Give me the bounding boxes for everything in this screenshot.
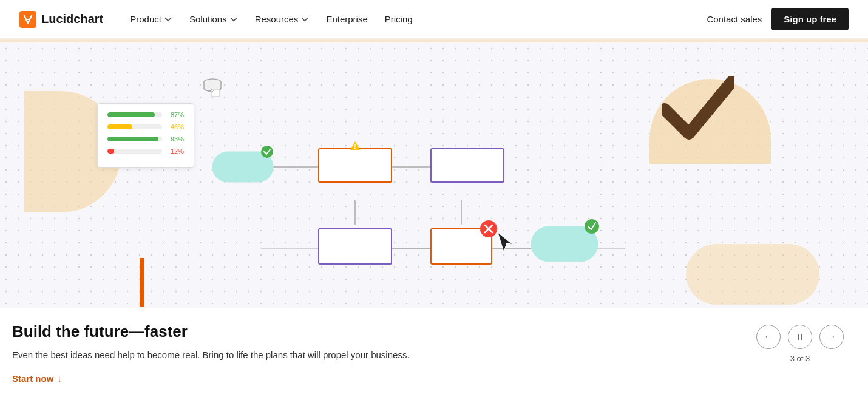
arrow-down-icon: ↓ xyxy=(57,373,62,384)
main-content: 87% 46% 93% 12% xyxy=(0,42,868,417)
prev-button[interactable]: ← xyxy=(756,325,781,349)
pause-button[interactable]: ⏸ xyxy=(788,325,812,349)
svg-rect-16 xyxy=(319,229,392,264)
svg-point-11 xyxy=(261,146,273,158)
chart-row-1: 87% xyxy=(107,111,184,118)
svg-text:!: ! xyxy=(354,143,356,150)
nav-left: Lucidchart Product Solutions Resources E… xyxy=(19,9,420,29)
start-now-link[interactable]: Start now ↓ xyxy=(12,373,410,384)
svg-rect-2 xyxy=(211,89,220,97)
big-checkmark xyxy=(662,76,734,145)
hero-description: Even the best ideas need help to become … xyxy=(12,348,410,362)
orange-vertical-bar xyxy=(140,258,144,307)
logo[interactable]: Lucidchart xyxy=(19,11,103,28)
chart-row-3: 93% xyxy=(107,135,184,143)
next-button[interactable]: → xyxy=(819,325,844,349)
nav-resources[interactable]: Resources xyxy=(248,9,317,29)
chart-row-4: 12% xyxy=(107,147,184,155)
controls-row: ← ⏸ → xyxy=(756,325,844,349)
hero-title: Build the future—faster xyxy=(12,322,410,341)
diagram-area: 87% 46% 93% 12% xyxy=(0,42,868,417)
chart-row-2: 46% xyxy=(107,123,184,131)
chart-card: 87% 46% 93% 12% xyxy=(97,103,194,168)
carousel-controls: ← ⏸ → 3 of 3 xyxy=(756,322,844,363)
database-icon xyxy=(200,76,225,105)
logo-icon xyxy=(19,11,36,28)
svg-rect-12 xyxy=(319,149,392,182)
flowchart-svg: ! xyxy=(200,131,662,300)
nav-solutions[interactable]: Solutions xyxy=(182,9,245,29)
navbar: Lucidchart Product Solutions Resources E… xyxy=(0,0,868,39)
hero-text: Build the future—faster Even the best id… xyxy=(12,322,410,384)
bottom-section: Build the future—faster Even the best id… xyxy=(0,308,868,417)
deco-right-bottom-shape xyxy=(686,244,819,305)
nav-product[interactable]: Product xyxy=(123,9,180,29)
nav-right: Contact sales Sign up free xyxy=(707,8,849,30)
chevron-down-icon xyxy=(300,15,309,24)
nav-enterprise[interactable]: Enterprise xyxy=(319,9,375,29)
chevron-down-icon xyxy=(164,15,172,24)
logo-text: Lucidchart xyxy=(41,12,103,26)
contact-sales-link[interactable]: Contact sales xyxy=(707,14,762,24)
nav-links: Product Solutions Resources Enterprise P… xyxy=(123,9,419,29)
nav-pricing[interactable]: Pricing xyxy=(378,9,420,29)
page-indicator: 3 of 3 xyxy=(790,354,810,363)
sign-up-button[interactable]: Sign up free xyxy=(771,8,849,30)
svg-rect-15 xyxy=(431,149,504,182)
svg-point-20 xyxy=(585,219,599,234)
chevron-down-icon xyxy=(229,15,238,24)
